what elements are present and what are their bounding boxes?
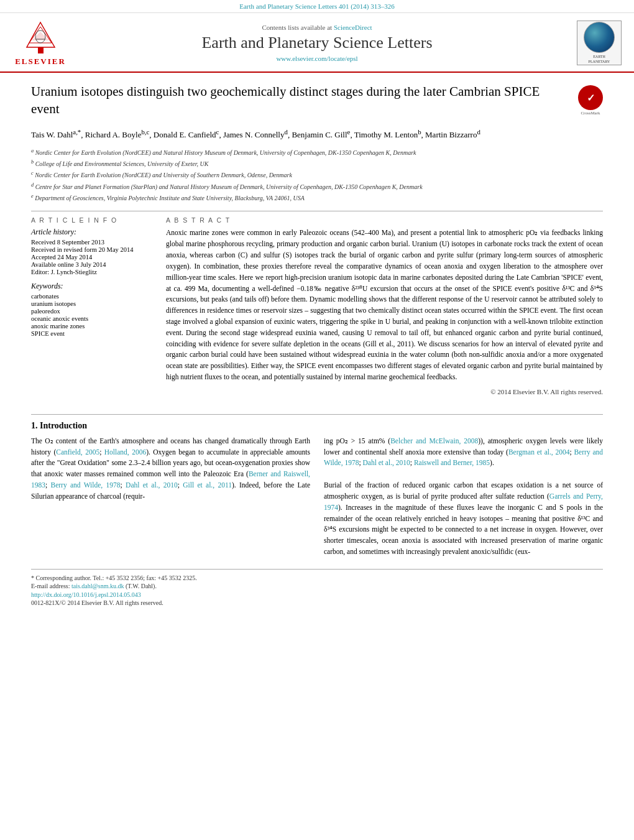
section-number: 1. [31, 421, 40, 430]
affil-e: e Department of Geosciences, Virginia Po… [31, 192, 603, 203]
top-bar-text: Earth and Planetary Science Letters 401 … [239, 2, 395, 10]
history-online: Available online 3 July 2014 [31, 261, 152, 268]
affil-c: c Nordic Center for Earth Evolution (Nor… [31, 169, 603, 180]
ref-bergman[interactable]: Bergman et al., 2004 [508, 448, 570, 456]
keyword-oceanic: oceanic anoxic events [31, 315, 152, 322]
contents-label: Contents lists available at ScienceDirec… [75, 24, 559, 31]
sciencedirect-link[interactable]: ScienceDirect [334, 24, 372, 31]
history-editor: Editor: J. Lynch-Stieglitz [31, 269, 152, 275]
earth-globe-icon [584, 22, 615, 53]
divider-1 [31, 211, 603, 211]
history-accepted: Accepted 24 May 2014 [31, 254, 152, 261]
journal-title: Earth and Planetary Science Letters [75, 34, 559, 52]
keyword-paleoredox: paleoredox [31, 308, 152, 315]
abstract-heading: A B S T R A C T [166, 216, 603, 224]
crossmark-icon[interactable]: ✓ CrossMark [578, 85, 603, 116]
affiliations: a Nordic Center for Earth Evolution (Nor… [31, 147, 603, 204]
ref-raiswell[interactable]: Raiswell and Berner, 1985 [414, 459, 490, 466]
email-link[interactable]: tais.dahl@snm.ku.dk [71, 583, 124, 589]
svg-rect-0 [38, 47, 44, 53]
introduction-section: 1. Introduction The O₂ content of the Ea… [31, 421, 603, 558]
keywords-section: Keywords: carbonates uranium isotopes pa… [31, 282, 152, 337]
journal-url[interactable]: www.elsevier.com/locate/epsl [75, 55, 559, 62]
header: ELSEVIER Contents lists available at Sci… [0, 13, 634, 73]
keyword-carbonates: carbonates [31, 293, 152, 300]
body-column-1: The O₂ content of the Earth's atmosphere… [31, 436, 310, 558]
section-name: Introduction [40, 421, 87, 430]
copyright-line: © 2014 Elsevier B.V. All rights reserved… [166, 388, 603, 395]
footnote-corresponding: * Corresponding author. Tel.: +45 3532 2… [31, 575, 603, 581]
keyword-uranium: uranium isotopes [31, 300, 152, 307]
earth-logo-text: EARTHPLANETARY [589, 55, 610, 63]
body-column-2: ing pO₂ > 15 atm% (Belcher and McElwain,… [324, 436, 603, 558]
elsevier-logo: ELSEVIER [12, 19, 68, 67]
footer-copyright: 0012-821X/© 2014 Elsevier B.V. All right… [31, 599, 603, 606]
article-section: Uranium isotopes distinguish two geochem… [0, 73, 634, 402]
section-title: 1. Introduction [31, 421, 603, 431]
ref-berry[interactable]: Berry and Wilde, 1978 [51, 481, 121, 489]
keyword-anoxic: anoxic marine zones [31, 323, 152, 330]
article-title-block: Uranium isotopes distinguish two geochem… [31, 83, 603, 118]
keyword-spice: SPICE event [31, 330, 152, 337]
section-divider [31, 414, 603, 415]
history-revised: Received in revised form 20 May 2014 [31, 246, 152, 253]
ref-belcher[interactable]: Belcher and McElwain, 2008 [390, 437, 478, 445]
elsevier-tree-icon [21, 19, 61, 55]
article-title: Uranium isotopes distinguish two geochem… [31, 83, 571, 118]
journal-header-center: Contents lists available at ScienceDirec… [68, 24, 566, 62]
top-bar: Earth and Planetary Science Letters 401 … [0, 0, 634, 13]
ref-gill2011[interactable]: Gill et al., 2011 [183, 481, 232, 489]
abstract-text: Anoxic marine zones were common in early… [166, 228, 603, 382]
elsevier-text: ELSEVIER [15, 57, 66, 67]
history-received: Received 8 September 2013 [31, 239, 152, 246]
main-content: 1. Introduction The O₂ content of the Ea… [0, 402, 634, 619]
ref-dahl2[interactable]: Dahl et al., 2010 [362, 459, 410, 466]
abstract-panel: A B S T R A C T Anoxic marine zones were… [166, 216, 603, 395]
ref-garrels[interactable]: Garrels and Perry, 1974 [324, 492, 603, 511]
ref-canfield[interactable]: Canfield, 2005 [56, 448, 99, 456]
ref-dahl2010[interactable]: Dahl et al., 2010 [126, 481, 178, 489]
journal-logo: EARTHPLANETARY [566, 21, 622, 65]
article-info-heading: A R T I C L E I N F O [31, 216, 152, 224]
footnote-section: * Corresponding author. Tel.: +45 3532 2… [31, 569, 603, 606]
two-column-body: The O₂ content of the Earth's atmosphere… [31, 436, 603, 558]
keywords-title: Keywords: [31, 282, 152, 291]
ref-holland[interactable]: Holland, 2006 [104, 448, 146, 456]
doi-line[interactable]: http://dx.doi.org/10.1016/j.epsl.2014.05… [31, 591, 603, 598]
footnote-email: E-mail address: tais.dahl@snm.ku.dk (T.W… [31, 583, 603, 589]
affil-b: b College of Life and Environmental Scie… [31, 158, 603, 169]
earth-logo-box: EARTHPLANETARY [577, 21, 622, 65]
article-info-abstract: A R T I C L E I N F O Article history: R… [31, 216, 603, 395]
history-title: Article history: [31, 228, 152, 237]
article-history: Article history: Received 8 September 20… [31, 228, 152, 275]
authors: Tais W. Dahla,*, Richard A. Boyleb,c, Do… [31, 127, 603, 142]
affil-d: d Centre for Star and Planet Formation (… [31, 181, 603, 192]
article-info-panel: A R T I C L E I N F O Article history: R… [31, 216, 152, 395]
affil-a: a Nordic Center for Earth Evolution (Nor… [31, 147, 603, 158]
